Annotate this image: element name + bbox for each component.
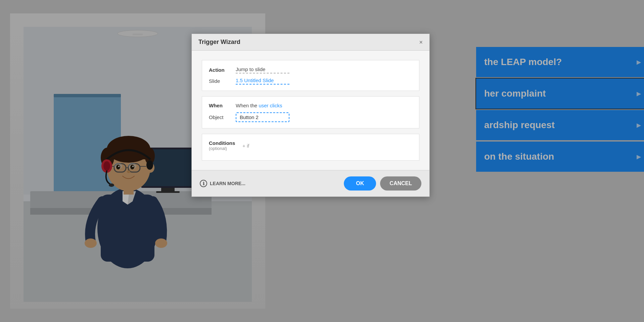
cancel-button[interactable]: CANCEL [380,176,421,191]
learn-more-label: LEARN MORE... [210,181,245,186]
user-clicks-link[interactable]: user clicks [259,103,282,108]
dialog-body: Action Jump to slide Slide 1.5 Untitled … [192,51,429,170]
action-label: Action [209,67,236,73]
object-label: Object [209,114,236,120]
dialog-close-button[interactable]: × [419,39,423,45]
ok-button[interactable]: OK [344,176,376,191]
conditions-value[interactable]: + if [242,143,249,149]
learn-more-link[interactable]: ℹ LEARN MORE... [200,180,245,187]
when-row: When When the user clicks [209,103,412,108]
object-value[interactable]: Button 2 [236,112,289,122]
action-section: Action Jump to slide Slide 1.5 Untitled … [202,60,419,91]
conditions-section: Conditions (optional) + if [202,134,419,161]
conditions-label: Conditions [209,140,242,146]
dialog-title: Trigger Wizard [198,39,240,46]
action-row: Action Jump to slide [209,66,412,73]
when-section: When When the user clicks Object Button … [202,96,419,128]
dialog-footer: ℹ LEARN MORE... OK CANCEL [192,170,429,197]
action-value[interactable]: Jump to slide [236,66,289,73]
dialog-header: Trigger Wizard × [192,34,429,51]
when-label: When [209,103,236,108]
conditions-optional: (optional) [209,146,242,151]
info-icon: ℹ [200,180,207,187]
conditions-row: Conditions (optional) + if [209,140,412,151]
object-row: Object Button 2 [209,112,412,122]
conditions-label-group: Conditions (optional) [209,140,242,151]
slide-label: Slide [209,78,236,84]
slide-value[interactable]: 1.5 Untitled Slide [236,77,289,85]
footer-buttons: OK CANCEL [344,176,421,191]
slide-row: Slide 1.5 Untitled Slide [209,77,412,85]
trigger-wizard-dialog: Trigger Wizard × Action Jump to slide Sl… [191,34,430,197]
when-value: When the user clicks [236,103,282,108]
